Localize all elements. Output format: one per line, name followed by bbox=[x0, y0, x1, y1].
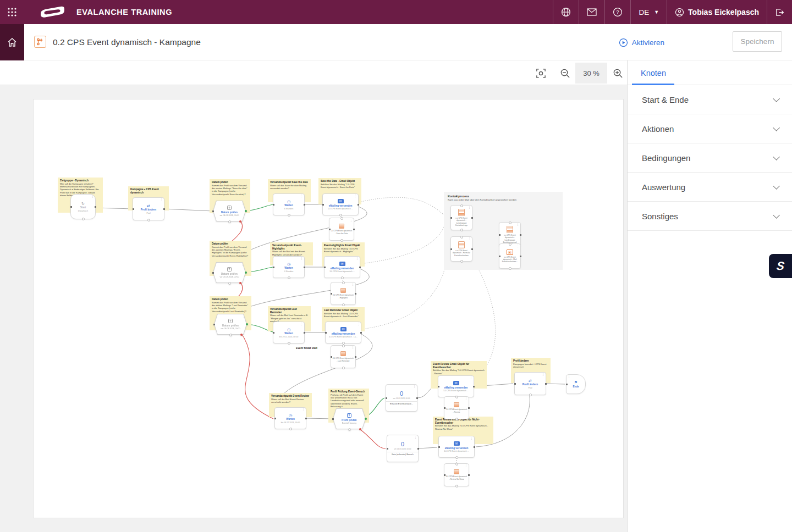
connector-port[interactable] bbox=[468, 407, 470, 409]
connector-port[interactable] bbox=[499, 256, 501, 257]
connector-port[interactable] bbox=[450, 248, 452, 250]
node-h1[interactable]: ?Datum prüfenvor 04.03.2024, 00:00⋮ bbox=[213, 201, 246, 221]
zoom-in-icon[interactable] bbox=[609, 65, 626, 81]
connector-port[interactable] bbox=[212, 272, 214, 274]
connector-port[interactable] bbox=[342, 345, 345, 347]
connector-port[interactable] bbox=[213, 324, 215, 325]
node-k4[interactable]: ⋮✉x.x CPS Event dynamisch - Mail Kontakt… bbox=[499, 243, 521, 269]
connector-port[interactable] bbox=[304, 267, 305, 268]
node-w4[interactable]: ⋮◷Wartenbis 06.12.2024, 00:00 bbox=[274, 407, 306, 429]
no-port[interactable] bbox=[239, 220, 242, 223]
connector-port[interactable] bbox=[360, 332, 362, 334]
node-menu-icon[interactable]: ⋮ bbox=[414, 436, 417, 439]
connector-port[interactable] bbox=[460, 204, 463, 207]
node-c2[interactable]: ⋮0am 14.03.2024, 00:00Kein (erfasster) B… bbox=[387, 435, 419, 462]
connector-port[interactable] bbox=[353, 229, 355, 230]
connector-port[interactable] bbox=[229, 334, 232, 336]
connector-port[interactable] bbox=[417, 448, 419, 450]
node-w2[interactable]: ⋮◷Warten0 Stunden bbox=[273, 256, 305, 278]
connector-port[interactable] bbox=[324, 267, 326, 268]
connector-port[interactable] bbox=[499, 234, 501, 236]
connector-port[interactable] bbox=[355, 293, 356, 295]
connector-port[interactable] bbox=[340, 217, 343, 220]
connector-port[interactable] bbox=[455, 396, 458, 398]
node-m3[interactable]: ⋮✉eMailing versenden4.0 CPS Event dynami… bbox=[325, 322, 361, 343]
connector-port[interactable] bbox=[147, 219, 150, 221]
node-m4[interactable]: ⋮✉eMailing versenden5.0 CPS Event dynami… bbox=[438, 375, 474, 397]
connector-port[interactable] bbox=[566, 384, 568, 385]
connector-port[interactable] bbox=[460, 229, 463, 231]
node-pa2[interactable]: ⋮⇄Profil ändernPool bbox=[514, 372, 546, 395]
node-menu-icon[interactable]: ⋮ bbox=[357, 323, 360, 325]
connector-port[interactable] bbox=[339, 214, 342, 217]
zoom-level[interactable]: 30 % bbox=[575, 63, 607, 84]
node-menu-icon[interactable]: ⋮ bbox=[542, 373, 544, 376]
feedback-widget-button[interactable]: S bbox=[769, 254, 792, 278]
connector-port[interactable] bbox=[455, 463, 458, 465]
connector-port[interactable] bbox=[342, 303, 345, 306]
zoom-out-icon[interactable] bbox=[557, 65, 573, 81]
connector-port[interactable] bbox=[288, 276, 290, 279]
messages-icon[interactable] bbox=[579, 0, 604, 24]
node-menu-icon[interactable]: ⋮ bbox=[350, 219, 353, 221]
no-port[interactable] bbox=[240, 334, 243, 336]
node-menu-icon[interactable]: ⋮ bbox=[300, 257, 303, 260]
node-menu-icon[interactable]: ⋮ bbox=[351, 283, 354, 286]
connector-port[interactable] bbox=[304, 204, 305, 206]
node-pa1[interactable]: ⋮⇄Profil ändernPool bbox=[133, 197, 164, 220]
node-menu-icon[interactable]: ⋮ bbox=[470, 376, 472, 379]
connector-port[interactable] bbox=[288, 214, 290, 217]
node-c1[interactable]: ⋮0am 14.03.2024, 00:00Erfasste Eventkont… bbox=[386, 384, 417, 412]
connector-port[interactable] bbox=[438, 446, 440, 448]
node-s4[interactable]: ⋮5.0 CPS Event dynamisch - Review bbox=[444, 396, 469, 419]
connector-port[interactable] bbox=[468, 474, 470, 476]
connector-port[interactable] bbox=[95, 206, 96, 208]
connector-port[interactable] bbox=[348, 428, 351, 431]
connector-port[interactable] bbox=[342, 342, 345, 345]
save-button[interactable]: Speichern bbox=[733, 31, 782, 52]
connector-port[interactable] bbox=[342, 367, 345, 369]
connector-port[interactable] bbox=[545, 383, 547, 385]
node-menu-icon[interactable]: ⋮ bbox=[354, 195, 357, 197]
connector-port[interactable] bbox=[289, 428, 292, 430]
connector-port[interactable] bbox=[325, 332, 327, 334]
fit-to-screen-icon[interactable] bbox=[532, 65, 549, 81]
node-menu-icon[interactable]: ⋮ bbox=[516, 245, 519, 247]
connector-port[interactable] bbox=[274, 418, 276, 419]
connector-port[interactable] bbox=[444, 407, 446, 409]
node-menu-icon[interactable]: ⋮ bbox=[91, 195, 94, 198]
node-ende[interactable]: ⋮⚑Ende bbox=[566, 374, 586, 394]
connector-port[interactable] bbox=[228, 282, 231, 285]
node-menu-icon[interactable]: ⋮ bbox=[470, 437, 473, 440]
node-k2[interactable]: ⋮x.x CPS Event dynamisch - Formular Kont… bbox=[450, 236, 472, 262]
node-menu-icon[interactable]: ⋮ bbox=[413, 385, 416, 388]
connector-port[interactable] bbox=[471, 217, 473, 219]
connector-port[interactable] bbox=[358, 204, 359, 206]
connector-port[interactable] bbox=[455, 418, 458, 420]
connector-port[interactable] bbox=[520, 234, 521, 236]
node-k1[interactable]: ⋮x.x CPS Event dynamisch - Landingpage K… bbox=[450, 205, 472, 230]
connector-port[interactable] bbox=[450, 217, 452, 219]
node-menu-icon[interactable]: ⋮ bbox=[160, 198, 163, 201]
node-menu-icon[interactable]: ⋮ bbox=[300, 323, 303, 325]
node-s1[interactable]: ⋮2.0 CPS Event dynamisch - Save the Date bbox=[329, 218, 354, 241]
connector-port[interactable] bbox=[529, 394, 532, 396]
node-menu-icon[interactable]: ⋮ bbox=[465, 397, 468, 400]
sidebar-section-sonstiges[interactable]: Sonstiges bbox=[628, 202, 792, 231]
connector-port[interactable] bbox=[133, 208, 134, 210]
connector-port[interactable] bbox=[340, 239, 343, 242]
connector-port[interactable] bbox=[228, 220, 231, 223]
connector-port[interactable] bbox=[288, 342, 290, 345]
node-m1[interactable]: ⋮✉eMailing versenden2.0 CPS Event dynami… bbox=[322, 193, 359, 215]
connector-port[interactable] bbox=[460, 260, 463, 263]
node-m2[interactable]: ⋮✉eMailing versenden3.0 CPS Event dynami… bbox=[324, 256, 360, 278]
no-port[interactable] bbox=[359, 428, 362, 431]
node-menu-icon[interactable]: ⋮ bbox=[468, 237, 471, 240]
node-h3[interactable]: ?Datum prüfenvor 06.03.2024, 00:00⋮ bbox=[214, 314, 247, 335]
connector-port[interactable] bbox=[355, 356, 356, 358]
node-menu-icon[interactable]: ⋮ bbox=[356, 257, 359, 260]
connector-port[interactable] bbox=[332, 418, 334, 420]
connector-port[interactable] bbox=[329, 229, 331, 230]
connector-port[interactable] bbox=[273, 204, 274, 206]
node-start[interactable]: ⋮↻StartDynamisch bbox=[70, 194, 96, 219]
